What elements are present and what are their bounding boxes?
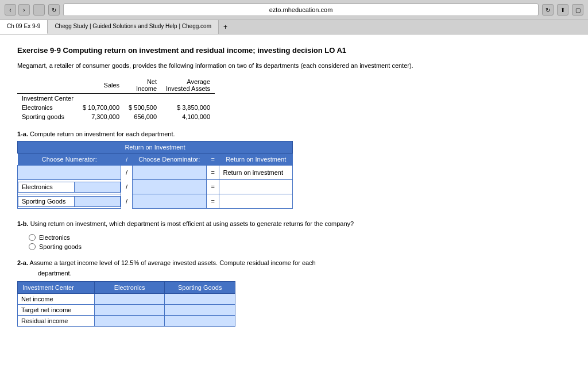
roi-electronics-equals: = xyxy=(207,180,219,194)
roi-sporting-goods-label: Sporting Goods xyxy=(18,196,75,206)
nav-buttons: ‹ › xyxy=(5,4,30,16)
electronics-sales: $ 10,700,000 xyxy=(78,103,124,112)
section-1a-text: Compute return on investment for each de… xyxy=(30,131,175,137)
description: Megamart, a retailer of consumer goods, … xyxy=(17,62,571,70)
radio-group: Electronics Sporting goods xyxy=(29,234,571,250)
col-investment-center xyxy=(17,77,78,94)
residual-row-net-income: Net income xyxy=(18,294,235,305)
back-button[interactable]: ‹ xyxy=(5,4,16,16)
col-investment-center-label: Investment Center xyxy=(17,94,78,103)
roi-row-electronics: Electronics / = xyxy=(18,180,293,194)
section-1b-label: 1-b. Using return on investment, which d… xyxy=(17,220,571,227)
roi-table: Return on Investment Choose Numerator: /… xyxy=(17,141,293,209)
radio-sporting-goods-icon[interactable] xyxy=(29,243,36,250)
tab-1-label: Ch 09 Ex 9-9 xyxy=(7,23,40,29)
col-invested-assets: AverageInvested Assets xyxy=(161,77,215,94)
roi-sporting-goods-slash: / xyxy=(121,194,132,209)
roi-r0-result: Return on investment xyxy=(219,166,293,180)
new-tab-button[interactable]: ▢ xyxy=(572,4,583,16)
sporting-goods-label: Sporting goods xyxy=(17,112,78,121)
refresh-button[interactable]: ↻ xyxy=(542,4,554,16)
sporting-goods-invested-assets: 4,100,000 xyxy=(161,112,215,121)
residual-net-income-electronics[interactable] xyxy=(94,294,165,305)
residual-net-income-label: Net income xyxy=(18,294,95,305)
section-1b: 1-b. Using return on investment, which d… xyxy=(17,220,571,250)
residual-table: Investment Center Electronics Sporting G… xyxy=(17,281,235,327)
col-invested-assets-label xyxy=(161,94,215,103)
residual-net-income-sporting-goods[interactable] xyxy=(165,294,235,305)
window-toggle-button[interactable] xyxy=(33,4,45,16)
section-1a-bold: 1-a. xyxy=(17,131,28,137)
col-sales-label xyxy=(78,94,124,103)
roi-r0-equals: = xyxy=(207,166,219,180)
roi-r0-denominator[interactable] xyxy=(132,166,206,180)
residual-target-label: Target net income xyxy=(18,305,95,316)
roi-electronics-denominator[interactable] xyxy=(132,180,206,194)
col-net-income: NetIncome xyxy=(124,77,161,94)
roi-title: Return on Investment xyxy=(18,141,293,154)
roi-r0-slash: / xyxy=(121,166,132,180)
residual-col-0: Investment Center xyxy=(18,282,95,294)
data-table: Sales NetIncome AverageInvested Assets I… xyxy=(17,77,215,121)
roi-header-title: Return on Investment xyxy=(18,141,293,154)
section-1a: 1-a. Compute return on investment for ea… xyxy=(17,131,571,209)
page-title: Exercise 9-9 Computing return on investm… xyxy=(17,46,571,55)
roi-electronics-label: Electronics xyxy=(18,182,75,192)
radio-item-electronics[interactable]: Electronics xyxy=(29,234,571,241)
residual-income-label: Residual income xyxy=(18,316,95,327)
tab-1[interactable]: Ch 09 Ex 9-9 xyxy=(0,20,48,34)
browser-tabs: Ch 09 Ex 9-9 Chegg Study | Guided Soluti… xyxy=(0,20,588,34)
residual-header: Investment Center Electronics Sporting G… xyxy=(18,282,235,294)
residual-income-electronics[interactable] xyxy=(94,316,165,327)
residual-col-2: Sporting Goods xyxy=(165,282,235,294)
table-row-sporting-goods: Sporting goods 7,300,000 656,000 4,100,0… xyxy=(17,112,215,121)
section-2a-text: Assume a target income level of 12.5% of… xyxy=(29,259,315,266)
residual-row-target-net-income: Target net income xyxy=(18,305,235,316)
residual-col-1: Electronics xyxy=(94,282,165,294)
roi-equals-header: = xyxy=(207,154,219,166)
forward-button[interactable]: › xyxy=(18,4,30,16)
sporting-goods-sales: 7,300,000 xyxy=(78,112,124,121)
roi-col-result: Return on Investment xyxy=(219,154,293,166)
roi-electronics-result xyxy=(219,180,293,194)
section-2a-subtext: department. xyxy=(38,270,571,277)
radio-electronics-icon[interactable] xyxy=(29,234,36,241)
roi-electronics-numerator-input[interactable] xyxy=(75,182,121,192)
section-2a-bold: 2-a. xyxy=(17,259,28,266)
col-net-income-label xyxy=(124,94,161,103)
roi-slash-header: / xyxy=(121,154,132,166)
residual-income-sporting-goods[interactable] xyxy=(165,316,235,327)
roi-sporting-goods-result xyxy=(219,194,293,209)
electronics-invested-assets: $ 3,850,000 xyxy=(161,103,215,112)
sporting-goods-net-income: 656,000 xyxy=(124,112,161,121)
roi-sporting-goods-equals: = xyxy=(207,194,219,209)
residual-target-electronics[interactable] xyxy=(94,305,165,316)
section-1b-bold: 1-b. xyxy=(17,220,29,227)
reload-button[interactable]: ↻ xyxy=(48,4,60,16)
roi-electronics-slash: / xyxy=(121,180,132,194)
roi-row-0: / = Return on investment xyxy=(18,166,293,180)
radio-item-sporting-goods[interactable]: Sporting goods xyxy=(29,243,571,250)
page-content: Exercise 9-9 Computing return on investm… xyxy=(0,34,588,368)
address-bar[interactable] xyxy=(63,3,539,16)
electronics-net-income: $ 500,500 xyxy=(124,103,161,112)
table-row-electronics: Electronics $ 10,700,000 $ 500,500 $ 3,8… xyxy=(17,103,215,112)
section-2a: 2-a. Assume a target income level of 12.… xyxy=(17,259,571,327)
tab-2[interactable]: Chegg Study | Guided Solutions and Study… xyxy=(48,20,219,34)
roi-column-headers: Choose Numerator: / Choose Denominator: … xyxy=(18,154,293,166)
roi-r0-numerator[interactable] xyxy=(18,166,121,180)
roi-sporting-goods-numerator-input[interactable] xyxy=(75,196,121,206)
electronics-label: Electronics xyxy=(17,103,78,112)
col-sales: Sales xyxy=(78,77,124,94)
residual-target-sporting-goods[interactable] xyxy=(165,305,235,316)
roi-sporting-goods-denominator[interactable] xyxy=(132,194,206,209)
section-2a-label: 2-a. Assume a target income level of 12.… xyxy=(17,259,571,266)
radio-electronics-label: Electronics xyxy=(39,234,70,241)
share-button[interactable]: ⬆ xyxy=(557,4,568,16)
roi-row-sporting-goods: Sporting Goods / = xyxy=(18,194,293,209)
browser-window: ‹ › ↻ ↻ ⬆ ▢ Ch 09 Ex 9-9 Chegg Study | G… xyxy=(0,0,588,368)
roi-col-numerator: Choose Numerator: xyxy=(18,154,121,166)
tab-2-label: Chegg Study | Guided Solutions and Study… xyxy=(55,23,211,29)
section-1a-label: 1-a. Compute return on investment for ea… xyxy=(17,131,571,137)
new-tab-plus[interactable]: + xyxy=(219,20,232,34)
